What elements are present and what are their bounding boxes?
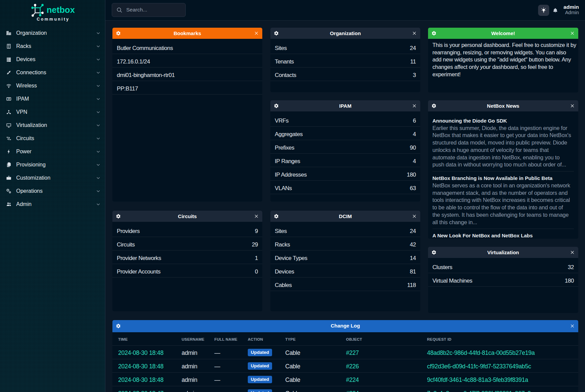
svg-text:10: 10 xyxy=(7,98,10,100)
